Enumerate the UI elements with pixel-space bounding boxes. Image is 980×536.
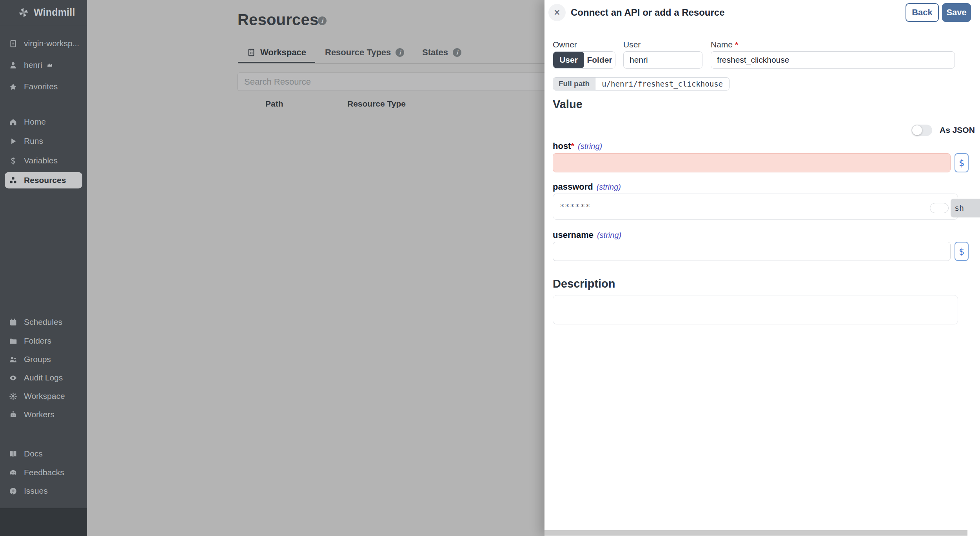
- full-path-value: u/henri/freshest_clickhouse: [595, 78, 729, 90]
- favorites-label: Favorites: [24, 82, 58, 91]
- eye-icon: [9, 374, 17, 382]
- sidebar-item-schedules[interactable]: Schedules: [0, 313, 87, 331]
- save-button[interactable]: Save: [942, 3, 971, 22]
- sidebar-item-label: Workers: [24, 410, 54, 419]
- sidebar-item-workspace-name[interactable]: virgin-worksp...: [0, 34, 87, 53]
- resource-drawer: × Connect an API or add a Resource Back …: [544, 0, 980, 536]
- as-json-label: As JSON: [940, 125, 975, 135]
- username-field-label: username (string): [553, 230, 621, 240]
- field-type-label: (string): [578, 142, 602, 151]
- column-header-resource-type: Resource Type: [347, 99, 406, 109]
- insert-variable-button[interactable]: $: [955, 242, 969, 261]
- drawer-title: Connect an API or add a Resource: [571, 7, 725, 18]
- user-field-input[interactable]: [623, 51, 702, 69]
- discord-icon: [9, 469, 17, 477]
- sidebar-item-audit-logs[interactable]: Audit Logs: [0, 368, 87, 387]
- dollar-icon: [9, 157, 17, 165]
- name-field-label: Name *: [711, 40, 738, 49]
- home-icon: [9, 118, 17, 126]
- sidebar-item-resources[interactable]: Resources: [5, 172, 82, 188]
- sidebar-item-favorites[interactable]: Favorites: [0, 77, 87, 96]
- password-inner-toggle[interactable]: [930, 203, 949, 213]
- name-field-input[interactable]: [711, 51, 955, 69]
- app-logo[interactable]: Windmill: [0, 0, 87, 25]
- sidebar-item-variables[interactable]: Variables: [0, 151, 87, 170]
- sidebar-item-issues[interactable]: Issues: [0, 482, 87, 500]
- info-icon: i: [453, 48, 461, 57]
- users-icon: [9, 355, 17, 364]
- sidebar-item-label: Groups: [24, 355, 51, 364]
- sidebar-item-folders[interactable]: Folders: [0, 331, 87, 350]
- sidebar-item-label: Variables: [24, 156, 58, 165]
- info-icon: i: [396, 48, 404, 57]
- user-field-label: User: [623, 40, 641, 49]
- owner-option-folder[interactable]: Folder: [584, 52, 615, 68]
- building-icon: [247, 48, 256, 57]
- owner-option-user[interactable]: User: [553, 52, 584, 68]
- tab-label: States: [422, 47, 448, 58]
- full-path-label: Full path: [553, 78, 595, 90]
- sidebar-item-label: Resources: [24, 176, 66, 185]
- app-title: Windmill: [34, 7, 75, 18]
- field-type-label: (string): [597, 231, 621, 240]
- github-icon: [9, 487, 17, 495]
- owner-label: Owner: [553, 40, 577, 49]
- owner-toggle: User Folder: [553, 51, 615, 69]
- star-icon: [9, 83, 17, 91]
- column-header-path: Path: [265, 99, 283, 109]
- password-field-input[interactable]: ******: [553, 194, 958, 220]
- sidebar-item-label: Home: [24, 117, 46, 127]
- full-path: Full path u/henri/freshest_clickhouse: [553, 77, 730, 91]
- sidebar-item-label: Audit Logs: [24, 373, 63, 382]
- sidebar-item-runs[interactable]: Runs: [0, 132, 87, 150]
- tab-resource-types[interactable]: Resource Types i: [325, 42, 404, 63]
- sidebar-item-docs[interactable]: Docs: [0, 444, 87, 463]
- as-json-toggle[interactable]: [911, 125, 932, 136]
- sidebar-item-feedbacks[interactable]: Feedbacks: [0, 463, 87, 482]
- tab-states[interactable]: States i: [422, 42, 461, 63]
- book-icon: [9, 450, 17, 458]
- sidebar-item-groups[interactable]: Groups: [0, 350, 87, 369]
- sidebar-item-home[interactable]: Home: [0, 112, 87, 131]
- sidebar-divider: [0, 25, 87, 25]
- gear-icon: [9, 392, 17, 400]
- value-section-heading: Value: [553, 98, 583, 111]
- drawer-header: × Connect an API or add a Resource Back …: [544, 0, 980, 25]
- required-marker: *: [735, 40, 738, 49]
- back-button[interactable]: Back: [906, 3, 939, 22]
- sidebar-item-label: Runs: [24, 136, 43, 146]
- sidebar: Windmill virgin-worksp... henri Favorite…: [0, 0, 87, 536]
- host-field-input[interactable]: [553, 153, 951, 172]
- windmill-logo-icon: [18, 7, 29, 18]
- sidebar-item-label: Issues: [24, 486, 48, 496]
- description-textarea[interactable]: [553, 295, 958, 324]
- tab-label: Workspace: [260, 47, 306, 58]
- scrollbar-thumb[interactable]: [544, 530, 967, 536]
- folder-icon: [9, 337, 17, 345]
- password-masked-value: ******: [560, 202, 590, 211]
- close-icon[interactable]: ×: [548, 4, 566, 21]
- info-icon[interactable]: i: [318, 16, 327, 25]
- sidebar-item-workspace-settings[interactable]: Workspace: [0, 387, 87, 406]
- insert-variable-button[interactable]: $: [955, 153, 969, 172]
- username-field-input[interactable]: [553, 242, 951, 261]
- sidebar-item-workers[interactable]: Workers: [0, 405, 87, 424]
- workspace-name-label: virgin-worksp...: [24, 39, 79, 48]
- play-icon: [9, 137, 17, 145]
- password-field-label: password (string): [553, 182, 621, 192]
- show-password-button[interactable]: sh: [951, 199, 980, 217]
- screen: Windmill virgin-worksp... henri Favorite…: [0, 0, 980, 536]
- tab-workspace[interactable]: Workspace: [238, 42, 315, 63]
- crown-icon: [47, 62, 53, 68]
- cubes-icon: [9, 176, 17, 185]
- robot-icon: [9, 411, 17, 419]
- sidebar-item-user[interactable]: henri: [0, 56, 87, 74]
- building-icon: [9, 40, 17, 48]
- sidebar-item-label: Schedules: [24, 317, 62, 327]
- host-field-label: host* (string): [553, 141, 602, 151]
- sidebar-item-label: Folders: [24, 336, 51, 346]
- sidebar-item-label: Workspace: [24, 391, 65, 401]
- sidebar-item-label: Docs: [24, 449, 43, 458]
- user-name-label: henri: [24, 60, 42, 70]
- calendar-icon: [9, 318, 17, 326]
